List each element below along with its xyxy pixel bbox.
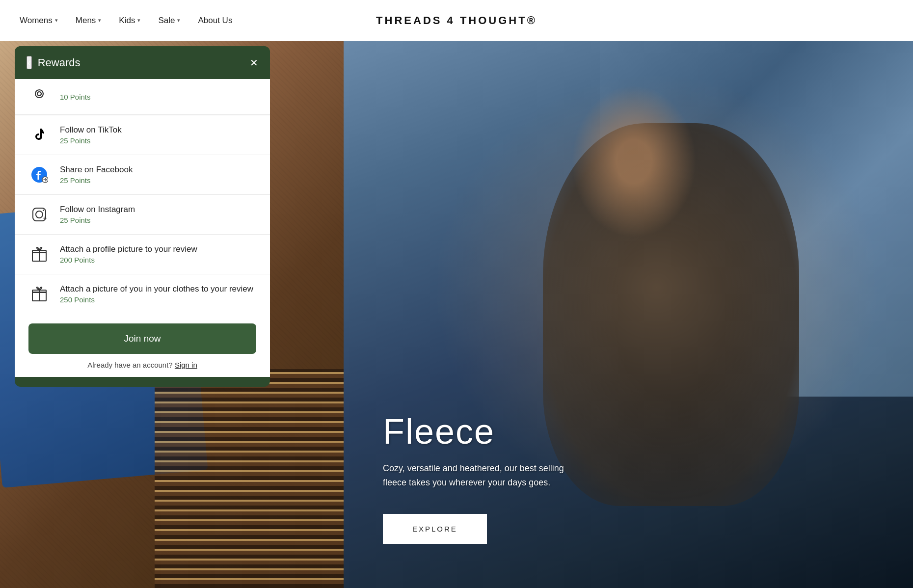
reward-item-profile-pic[interactable]: Attach a profile picture to your review …: [15, 235, 270, 274]
signin-link[interactable]: Sign in: [175, 361, 197, 369]
svg-point-0: [35, 90, 43, 98]
join-button[interactable]: Join now: [28, 323, 256, 354]
rewards-list: 10 Points Follow on TikTok 25 Points: [15, 79, 270, 319]
nav-left: Womens ▾ Mens ▾ Kids ▾ Sale ▾ About Us: [20, 16, 232, 26]
reward-points-clothes-pic: 250 Points: [60, 295, 253, 304]
reward-name-profile-pic: Attach a profile picture to your review: [60, 244, 197, 254]
chevron-down-icon: ▾: [137, 17, 140, 24]
explore-button[interactable]: EXPLORE: [383, 514, 487, 544]
join-section: Join now Already have an account? Sign i…: [15, 319, 270, 377]
hero-title: Fleece: [383, 411, 579, 452]
reward-points-instagram: 25 Points: [60, 216, 135, 224]
reward-name-facebook: Share on Facebook: [60, 165, 133, 175]
gift-icon-profile: [28, 243, 50, 265]
svg-text:+: +: [43, 215, 47, 222]
reward-points-facebook: 25 Points: [60, 176, 133, 185]
partial-icon: [28, 86, 50, 107]
nav-bar: Womens ▾ Mens ▾ Kids ▾ Sale ▾ About Us T…: [0, 0, 913, 41]
instagram-icon: +: [28, 204, 50, 225]
back-button[interactable]: ‹: [27, 56, 32, 69]
reward-points-tiktok: 25 Points: [60, 136, 122, 145]
reward-name-instagram: Follow on Instagram: [60, 205, 135, 214]
close-button[interactable]: ✕: [250, 57, 258, 69]
svg-point-6: [43, 210, 44, 211]
reward-item-facebook[interactable]: Share on Facebook 25 Points: [15, 155, 270, 195]
left-background: ‹ Rewards ✕ 10 Points: [0, 41, 344, 588]
gift-icon-clothes: [28, 283, 50, 305]
rewards-header: ‹ Rewards ✕: [15, 46, 270, 79]
striped-fabric-element: [155, 369, 344, 588]
brand-name: THREADS 4 THOUGHT®: [376, 14, 537, 27]
tiktok-icon: [28, 124, 50, 146]
reward-item-clothes-pic[interactable]: Attach a picture of you in your clothes …: [15, 274, 270, 314]
facebook-share-icon: [28, 164, 50, 186]
nav-mens[interactable]: Mens ▾: [76, 16, 102, 26]
nav-kids[interactable]: Kids ▾: [119, 16, 140, 26]
reward-name-tiktok: Follow on TikTok: [60, 125, 122, 135]
chevron-down-icon: ▾: [177, 17, 180, 24]
hero-description: Cozy, versatile and heathered, our best …: [383, 461, 579, 490]
nav-womens[interactable]: Womens ▾: [20, 16, 58, 26]
svg-point-5: [36, 211, 43, 218]
chevron-down-icon: ▾: [55, 17, 58, 24]
nav-sale[interactable]: Sale ▾: [158, 16, 180, 26]
reward-item-tiktok[interactable]: Follow on TikTok 25 Points: [15, 115, 270, 155]
rewards-title: Rewards: [38, 56, 81, 69]
reward-name-clothes-pic: Attach a picture of you in your clothes …: [60, 284, 253, 294]
rewards-panel: ‹ Rewards ✕ 10 Points: [15, 46, 270, 387]
hero-content: Fleece Cozy, versatile and heathered, ou…: [383, 411, 579, 490]
man-figure: [344, 41, 913, 588]
svg-point-1: [37, 92, 41, 96]
partial-points: 10 Points: [60, 93, 91, 101]
chevron-down-icon: ▾: [98, 17, 101, 24]
hero-background: [344, 41, 913, 588]
signin-row: Already have an account? Sign in: [28, 361, 256, 369]
partial-reward-item[interactable]: 10 Points: [15, 79, 270, 115]
hero-section: Fleece Cozy, versatile and heathered, ou…: [344, 41, 913, 588]
nav-about[interactable]: About Us: [198, 16, 232, 26]
main-layout: ‹ Rewards ✕ 10 Points: [0, 41, 913, 588]
reward-item-instagram[interactable]: + Follow on Instagram 25 Points: [15, 195, 270, 235]
reward-points-profile-pic: 200 Points: [60, 256, 197, 264]
